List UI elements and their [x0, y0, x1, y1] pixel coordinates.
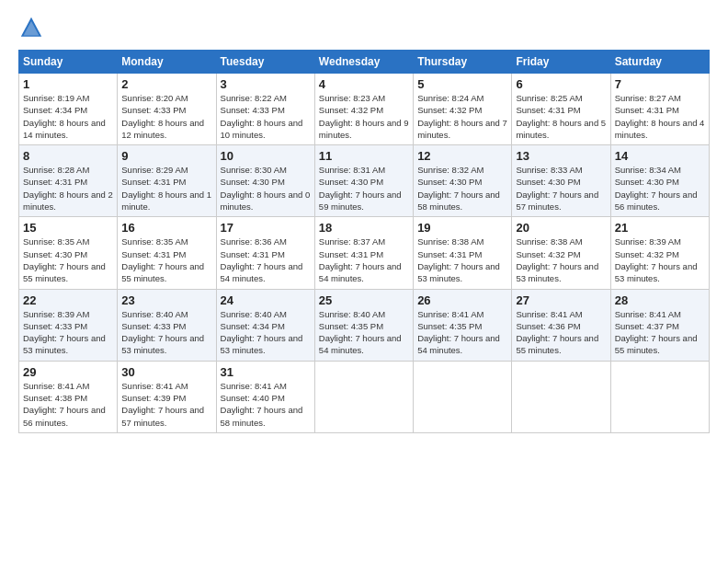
week-row-2: 8Sunrise: 8:28 AMSunset: 4:31 PMDaylight…: [19, 145, 710, 217]
day-number: 11: [319, 149, 409, 163]
day-number: 29: [23, 365, 113, 379]
day-cell: 23Sunrise: 8:40 AMSunset: 4:33 PMDayligh…: [118, 289, 216, 361]
day-info: Sunrise: 8:38 AMSunset: 4:32 PMDaylight:…: [516, 236, 606, 284]
day-cell: 25Sunrise: 8:40 AMSunset: 4:35 PMDayligh…: [314, 289, 413, 361]
day-info: Sunrise: 8:20 AMSunset: 4:33 PMDaylight:…: [121, 92, 211, 141]
day-info: Sunrise: 8:41 AMSunset: 4:37 PMDaylight:…: [615, 308, 705, 357]
weekday-header-saturday: Saturday: [610, 51, 709, 74]
day-cell: 7Sunrise: 8:27 AMSunset: 4:31 PMDaylight…: [610, 74, 709, 145]
day-number: 10: [221, 149, 311, 163]
day-cell: 15Sunrise: 8:35 AMSunset: 4:30 PMDayligh…: [19, 217, 118, 289]
day-cell: 17Sunrise: 8:36 AMSunset: 4:31 PMDayligh…: [216, 217, 314, 289]
weekday-header-friday: Friday: [512, 51, 610, 74]
day-cell: 31Sunrise: 8:41 AMSunset: 4:40 PMDayligh…: [216, 361, 314, 432]
day-number: 24: [221, 293, 311, 307]
day-cell: [314, 361, 413, 432]
day-cell: 27Sunrise: 8:41 AMSunset: 4:36 PMDayligh…: [512, 289, 610, 361]
day-number: 17: [221, 221, 311, 235]
day-cell: 9Sunrise: 8:29 AMSunset: 4:31 PMDaylight…: [118, 145, 216, 217]
day-cell: 30Sunrise: 8:41 AMSunset: 4:39 PMDayligh…: [118, 361, 216, 432]
weekday-header-tuesday: Tuesday: [216, 51, 314, 74]
day-number: 3: [221, 77, 311, 91]
day-info: Sunrise: 8:35 AMSunset: 4:31 PMDaylight:…: [121, 236, 211, 284]
weekday-header-row: SundayMondayTuesdayWednesdayThursdayFrid…: [19, 51, 710, 74]
weekday-header-sunday: Sunday: [19, 51, 118, 74]
page: SundayMondayTuesdayWednesdayThursdayFrid…: [0, 0, 728, 563]
day-info: Sunrise: 8:29 AMSunset: 4:31 PMDaylight:…: [121, 164, 211, 213]
day-info: Sunrise: 8:30 AMSunset: 4:30 PMDaylight:…: [221, 164, 311, 213]
day-number: 13: [516, 149, 606, 163]
day-cell: 24Sunrise: 8:40 AMSunset: 4:34 PMDayligh…: [216, 289, 314, 361]
day-cell: 1Sunrise: 8:19 AMSunset: 4:34 PMDaylight…: [19, 74, 118, 145]
day-cell: [414, 361, 512, 432]
day-info: Sunrise: 8:34 AMSunset: 4:30 PMDaylight:…: [615, 164, 705, 213]
day-cell: 10Sunrise: 8:30 AMSunset: 4:30 PMDayligh…: [216, 145, 314, 217]
day-cell: [512, 361, 610, 432]
weekday-header-thursday: Thursday: [414, 51, 512, 74]
day-cell: 11Sunrise: 8:31 AMSunset: 4:30 PMDayligh…: [314, 145, 413, 217]
day-info: Sunrise: 8:24 AMSunset: 4:32 PMDaylight:…: [417, 92, 507, 141]
day-cell: 12Sunrise: 8:32 AMSunset: 4:30 PMDayligh…: [414, 145, 512, 217]
day-number: 2: [121, 77, 211, 91]
week-row-3: 15Sunrise: 8:35 AMSunset: 4:30 PMDayligh…: [19, 217, 710, 289]
day-cell: 14Sunrise: 8:34 AMSunset: 4:30 PMDayligh…: [610, 145, 709, 217]
day-number: 19: [417, 221, 507, 235]
day-number: 4: [319, 77, 409, 91]
day-number: 18: [319, 221, 409, 235]
day-info: Sunrise: 8:23 AMSunset: 4:32 PMDaylight:…: [319, 92, 409, 141]
day-number: 16: [121, 221, 211, 235]
day-number: 9: [121, 149, 211, 163]
logo-icon: [18, 15, 44, 40]
day-info: Sunrise: 8:41 AMSunset: 4:38 PMDaylight:…: [23, 380, 113, 429]
day-info: Sunrise: 8:40 AMSunset: 4:34 PMDaylight:…: [221, 308, 311, 357]
day-number: 30: [121, 365, 211, 379]
day-info: Sunrise: 8:28 AMSunset: 4:31 PMDaylight:…: [23, 164, 113, 213]
day-number: 22: [23, 293, 113, 307]
day-cell: 22Sunrise: 8:39 AMSunset: 4:33 PMDayligh…: [19, 289, 118, 361]
calendar-table: SundayMondayTuesdayWednesdayThursdayFrid…: [18, 50, 710, 433]
day-info: Sunrise: 8:40 AMSunset: 4:33 PMDaylight:…: [121, 308, 211, 357]
day-cell: 26Sunrise: 8:41 AMSunset: 4:35 PMDayligh…: [414, 289, 512, 361]
day-cell: 5Sunrise: 8:24 AMSunset: 4:32 PMDaylight…: [414, 74, 512, 145]
day-number: 28: [615, 293, 705, 307]
day-info: Sunrise: 8:19 AMSunset: 4:34 PMDaylight:…: [23, 92, 113, 141]
day-number: 26: [417, 293, 507, 307]
day-cell: 29Sunrise: 8:41 AMSunset: 4:38 PMDayligh…: [19, 361, 118, 432]
weekday-header-monday: Monday: [118, 51, 216, 74]
day-info: Sunrise: 8:33 AMSunset: 4:30 PMDaylight:…: [516, 164, 606, 213]
day-number: 5: [417, 77, 507, 91]
day-info: Sunrise: 8:40 AMSunset: 4:35 PMDaylight:…: [319, 308, 409, 357]
day-number: 1: [23, 77, 113, 91]
week-row-5: 29Sunrise: 8:41 AMSunset: 4:38 PMDayligh…: [19, 361, 710, 432]
day-cell: 16Sunrise: 8:35 AMSunset: 4:31 PMDayligh…: [118, 217, 216, 289]
day-number: 8: [23, 149, 113, 163]
day-info: Sunrise: 8:36 AMSunset: 4:31 PMDaylight:…: [221, 236, 311, 284]
day-cell: 3Sunrise: 8:22 AMSunset: 4:33 PMDaylight…: [216, 74, 314, 145]
day-info: Sunrise: 8:31 AMSunset: 4:30 PMDaylight:…: [319, 164, 409, 213]
day-info: Sunrise: 8:32 AMSunset: 4:30 PMDaylight:…: [417, 164, 507, 213]
day-number: 27: [516, 293, 606, 307]
day-info: Sunrise: 8:41 AMSunset: 4:39 PMDaylight:…: [121, 380, 211, 429]
header: [18, 15, 710, 40]
day-cell: 19Sunrise: 8:38 AMSunset: 4:31 PMDayligh…: [414, 217, 512, 289]
week-row-1: 1Sunrise: 8:19 AMSunset: 4:34 PMDaylight…: [19, 74, 710, 145]
day-info: Sunrise: 8:41 AMSunset: 4:40 PMDaylight:…: [221, 380, 311, 429]
week-row-4: 22Sunrise: 8:39 AMSunset: 4:33 PMDayligh…: [19, 289, 710, 361]
weekday-header-wednesday: Wednesday: [314, 51, 413, 74]
day-info: Sunrise: 8:27 AMSunset: 4:31 PMDaylight:…: [615, 92, 705, 141]
day-number: 23: [121, 293, 211, 307]
day-cell: 20Sunrise: 8:38 AMSunset: 4:32 PMDayligh…: [512, 217, 610, 289]
day-info: Sunrise: 8:41 AMSunset: 4:36 PMDaylight:…: [516, 308, 606, 357]
day-info: Sunrise: 8:38 AMSunset: 4:31 PMDaylight:…: [417, 236, 507, 284]
day-cell: [610, 361, 709, 432]
day-number: 14: [615, 149, 705, 163]
day-cell: 6Sunrise: 8:25 AMSunset: 4:31 PMDaylight…: [512, 74, 610, 145]
day-number: 7: [615, 77, 705, 91]
day-info: Sunrise: 8:39 AMSunset: 4:33 PMDaylight:…: [23, 308, 113, 357]
day-cell: 4Sunrise: 8:23 AMSunset: 4:32 PMDaylight…: [314, 74, 413, 145]
day-info: Sunrise: 8:25 AMSunset: 4:31 PMDaylight:…: [516, 92, 606, 141]
day-number: 21: [615, 221, 705, 235]
day-number: 15: [23, 221, 113, 235]
day-info: Sunrise: 8:41 AMSunset: 4:35 PMDaylight:…: [417, 308, 507, 357]
day-number: 31: [221, 365, 311, 379]
